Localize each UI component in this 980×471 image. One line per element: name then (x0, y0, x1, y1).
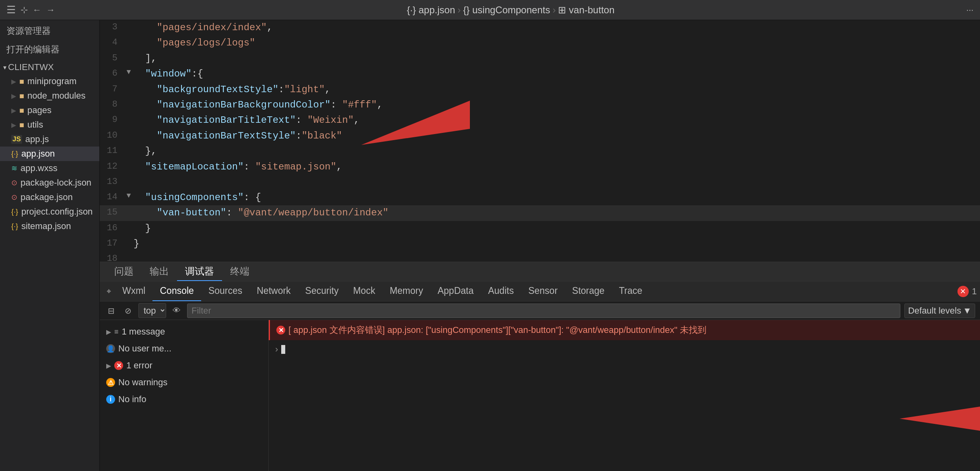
tab-shuchu[interactable]: 输出 (142, 262, 177, 281)
code-line-6: 6 ▼ "window":{ (100, 66, 980, 82)
breadcrumb-sep-2: › (552, 4, 556, 16)
console-item-label: No warnings (118, 377, 167, 388)
sidebar-item-label: package-lock.json (21, 178, 91, 188)
tab-label: 终端 (230, 265, 249, 278)
chevron-right-icon: ▶ (11, 92, 16, 100)
sidebar: 资源管理器 打开的编辑器 ▾ CLIENTWX ▶ ■ miniprogram … (0, 20, 100, 471)
error-badge-icon: ✕ (276, 326, 285, 335)
pkg-icon: ⊙ (11, 193, 17, 202)
code-line-8: 8 "navigationBarBackgroundColor": "#fff"… (100, 97, 980, 113)
levels-label: Default levels (908, 306, 961, 316)
levels-select[interactable]: Default levels ▼ (904, 304, 975, 318)
sidebar-item-app-json[interactable]: {·} app.json (0, 147, 99, 161)
json-icon: {·} (11, 208, 18, 216)
wxss-icon: ≋ (11, 164, 17, 173)
clear-console-button[interactable]: ⊘ (121, 304, 134, 317)
console-error-message: ✕ [ app.json 文件内容错误] app.json: ["usingCo… (269, 320, 980, 340)
code-line-9: 9 "navigationBarTitleText": "Weixin", (100, 113, 980, 128)
sidebar-item-pages[interactable]: ▶ ■ pages (0, 103, 99, 118)
code-line-5: 5 ], (100, 51, 980, 66)
expand-icon: ▶ (106, 328, 111, 336)
console-right-panel: ✕ [ app.json 文件内容错误] app.json: ["usingCo… (269, 320, 980, 471)
chevron-right-icon: ▶ (11, 78, 16, 85)
tab-storage[interactable]: Storage (565, 281, 612, 301)
bookmark-icon[interactable]: ⊹ (21, 5, 28, 15)
sidebar-item-sitemap[interactable]: {·} sitemap.json (0, 219, 99, 233)
sidebar-item-app-js[interactable]: JS app.js (0, 132, 99, 147)
back-icon[interactable]: ← (33, 5, 41, 15)
console-item-user[interactable]: 👤 No user me... (100, 340, 268, 357)
code-line-11: 11 }, (100, 144, 980, 159)
console-item-message[interactable]: ▶ ≡ 1 message (100, 323, 268, 340)
js-icon: JS (11, 135, 22, 144)
sidebar-tree: ▾ CLIENTWX ▶ ■ miniprogram ▶ ■ node_modu… (0, 59, 99, 235)
sidebar-item-node-modules[interactable]: ▶ ■ node_modules (0, 89, 99, 103)
chevron-right-icon: ▶ (11, 107, 16, 114)
chevron-down-icon: ▼ (963, 306, 972, 316)
tab-wxml[interactable]: Wxml (115, 281, 152, 301)
tab-network[interactable]: Network (249, 281, 298, 301)
eye-icon[interactable]: 👁 (170, 304, 183, 317)
open-editor-label[interactable]: 打开的编辑器 (0, 40, 99, 59)
svg-marker-4 (900, 407, 980, 431)
filter-input[interactable] (187, 304, 900, 318)
tab-wenti[interactable]: 问题 (106, 262, 142, 281)
chevron-right-icon: ▶ (11, 121, 16, 129)
code-line-13: 13 (100, 175, 980, 190)
console-item-warnings[interactable]: ⚠ No warnings (100, 374, 268, 391)
sidebar-item-project-config[interactable]: {·} project.config.json (0, 205, 99, 219)
expand-icon: ▶ (106, 362, 111, 370)
tab-audits[interactable]: Audits (481, 281, 521, 301)
sidebar-tree-header[interactable]: ▾ CLIENTWX (0, 60, 99, 74)
folder-icon: ■ (19, 91, 24, 101)
tab-appdata[interactable]: AppData (430, 281, 481, 301)
tab-terminal[interactable]: 终端 (222, 262, 257, 281)
breadcrumb-van-button[interactable]: ⊞ van-button (558, 4, 614, 16)
sidebar-section-title[interactable]: 资源管理器 (0, 20, 99, 40)
console-toolbar: ⊟ ⊘ top 👁 Default levels ▼ (100, 302, 980, 320)
folder-icon: ■ (19, 106, 24, 115)
sidebar-item-app-wxss[interactable]: ≋ app.wxss (0, 161, 99, 176)
sidebar-item-miniprogram[interactable]: ▶ ■ miniprogram (0, 74, 99, 89)
tab-label: AppData (438, 285, 474, 296)
tab-security[interactable]: Security (298, 281, 346, 301)
code-line-17: 17 } (100, 236, 980, 252)
sidebar-item-package-lock[interactable]: ⊙ package-lock.json (0, 176, 99, 190)
breadcrumb-using-components[interactable]: {} usingComponents (463, 4, 550, 16)
close-button[interactable]: ✕ (957, 286, 969, 297)
sidebar-item-package-json[interactable]: ⊙ package.json (0, 190, 99, 205)
prompt-icon: › (275, 344, 278, 355)
main-layout: 资源管理器 打开的编辑器 ▾ CLIENTWX ▶ ■ miniprogram … (0, 20, 980, 471)
sidebar-toggle-button[interactable]: ⊟ (105, 304, 117, 317)
chevron-down-icon: ▾ (3, 64, 6, 71)
code-line-4: 4 "pages/logs/logs" (100, 35, 980, 51)
tab-mock[interactable]: Mock (346, 281, 383, 301)
console-item-info[interactable]: i No info (100, 391, 268, 408)
close-count: 1 (972, 286, 977, 297)
breadcrumb-app-json[interactable]: {·} app.json (407, 4, 455, 16)
more-icon[interactable]: ··· (966, 5, 974, 15)
tab-trace[interactable]: Trace (612, 281, 650, 301)
tab-memory[interactable]: Memory (383, 281, 430, 301)
context-select[interactable]: top (138, 303, 166, 318)
tab-sources[interactable]: Sources (201, 281, 249, 301)
code-editor[interactable]: 3 "pages/index/index", 4 "pages/logs/log… (100, 20, 980, 262)
sidebar-item-label: utils (27, 120, 43, 130)
console-item-error[interactable]: ▶ ✕ 1 error (100, 357, 268, 374)
tab-console[interactable]: Console (152, 281, 201, 301)
hamburger-icon[interactable]: ☰ (6, 4, 16, 16)
tab-label: Network (257, 285, 290, 296)
sidebar-item-utils[interactable]: ▶ ■ utils (0, 118, 99, 132)
cursor-icon[interactable]: ⌖ (103, 286, 114, 297)
tab-sensor[interactable]: Sensor (521, 281, 565, 301)
tab-debugger[interactable]: 调试器 (177, 262, 222, 281)
tab-label: Sources (208, 285, 242, 296)
console-item-label: No user me... (118, 343, 171, 354)
console-input-line: › (269, 340, 980, 359)
code-line-14: 14 ▼ "usingComponents": { (100, 190, 980, 205)
sidebar-item-label: app.wxss (21, 163, 58, 174)
code-editor-wrapper: 3 "pages/index/index", 4 "pages/logs/log… (100, 20, 980, 262)
folder-icon: ■ (19, 120, 24, 130)
forward-icon[interactable]: → (46, 5, 55, 15)
list-icon: ≡ (114, 328, 119, 336)
